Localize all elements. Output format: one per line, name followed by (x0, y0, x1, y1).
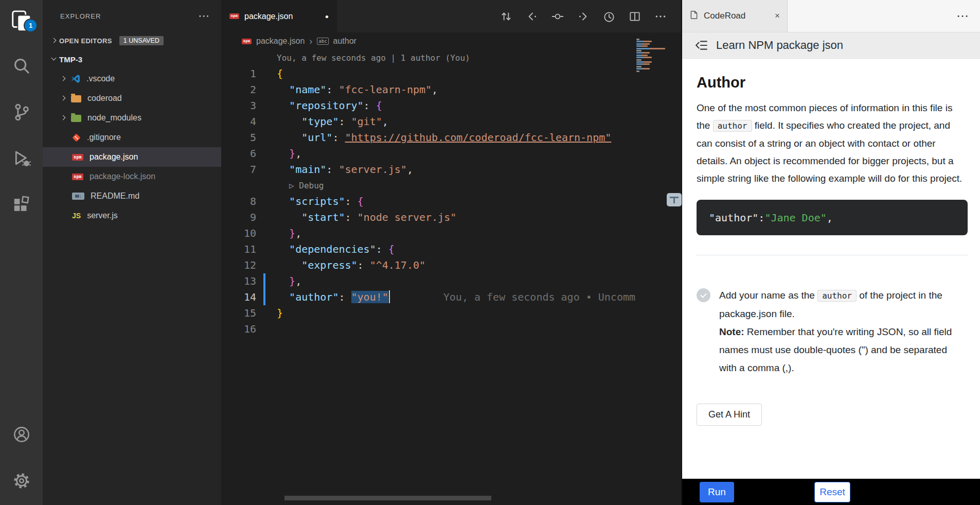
code-line[interactable]: "repository": { (265, 98, 382, 114)
code-line[interactable]: "main": "server.js", (265, 162, 413, 178)
code-line[interactable]: "url": "https://github.com/coderoad/fcc-… (265, 130, 611, 146)
settings-gear-button[interactable] (0, 459, 43, 505)
code-row: 6 }, (221, 146, 634, 162)
code-line[interactable]: } (265, 305, 283, 321)
open-changes-icon[interactable] (499, 9, 513, 24)
code-line[interactable]: "scripts": { (265, 194, 364, 210)
horizontal-scrollbar[interactable] (284, 496, 491, 500)
tree-item-readme-md[interactable]: M↓README.md (43, 186, 221, 206)
more-actions-icon[interactable]: ⋯ (956, 13, 980, 19)
line-number: 7 (221, 162, 263, 178)
minimap-line (636, 52, 650, 54)
file-tree: .vscodecoderoadnode_modules.gitignorenpm… (43, 69, 221, 225)
code-token: : (345, 211, 357, 223)
tree-item-vscode[interactable]: .vscode (43, 69, 221, 89)
npm-icon: npm (242, 39, 252, 44)
code-token (277, 243, 289, 255)
code-token: , (382, 115, 388, 128)
codelens-label[interactable]: You, a few seconds ago | 1 author (You) (265, 50, 470, 66)
split-editor-icon[interactable] (628, 9, 642, 24)
line-number: 15 (221, 305, 263, 321)
editor-overlay-widget[interactable] (667, 193, 682, 206)
modified-dot-icon: ● (325, 13, 329, 20)
navigate-forward-icon[interactable] (576, 9, 591, 24)
code-line[interactable]: { (265, 66, 283, 82)
account-button[interactable] (0, 412, 43, 459)
circle-icon[interactable] (550, 9, 565, 24)
code-line[interactable]: "express": "^4.17.0" (265, 257, 425, 273)
tree-item-coderoad[interactable]: coderoad (43, 89, 221, 108)
tree-item-gitignore[interactable]: .gitignore (43, 128, 221, 147)
file-icon (689, 10, 699, 22)
breadcrumb[interactable]: npm package.json › abc author (221, 32, 681, 50)
text-cursor (389, 290, 390, 303)
workspace-root-label: TMP-3 (59, 55, 82, 64)
code-line[interactable]: }, (265, 273, 301, 289)
file-label: package-lock.json (90, 172, 155, 181)
code-token (277, 195, 289, 207)
open-editors-section[interactable]: OPEN EDITORS 1 UNSAVED (43, 32, 221, 49)
extensions-activity-button[interactable] (0, 183, 43, 229)
tree-item-package-lock-json[interactable]: npmpackage-lock.json (43, 167, 221, 186)
file-label: package.json (90, 152, 138, 162)
code-line[interactable]: }, (265, 146, 301, 162)
breadcrumb-symbol[interactable]: author (333, 37, 357, 46)
close-icon[interactable]: × (775, 11, 780, 21)
note-text: Remember that you're writing JSON, so al… (719, 326, 952, 373)
more-actions-icon[interactable]: ⋯ (198, 13, 210, 19)
code-token: "author" (709, 212, 758, 224)
back-to-lessons-icon[interactable] (694, 38, 709, 53)
code-rows[interactable]: You, a few seconds ago | 1 author (You)1… (221, 50, 634, 337)
code-token: "Jane Doe" (764, 212, 826, 224)
code-line[interactable]: "author": "you!"You, a few seconds ago •… (265, 289, 635, 305)
tree-item-node-modules[interactable]: node_modules (43, 108, 221, 128)
run-debug-activity-button[interactable] (0, 136, 43, 183)
tree-item-server-js[interactable]: JSserver.js (43, 206, 221, 225)
line-number: 12 (221, 257, 263, 273)
minimap[interactable] (634, 32, 672, 341)
code-token (277, 99, 289, 112)
more-actions-icon[interactable] (653, 9, 668, 24)
minimap-line (636, 50, 642, 51)
get-a-hint-button[interactable]: Get A Hint (697, 404, 762, 426)
tree-item-package-json[interactable]: npmpackage.json (43, 147, 221, 167)
code-row: 16 (221, 321, 634, 337)
breadcrumb-file[interactable]: package.json (256, 37, 305, 46)
code-token: "you!" (351, 291, 388, 303)
vscode-icon (71, 74, 80, 83)
code-token: : (338, 291, 351, 303)
code-row: 15} (221, 305, 634, 321)
source-control-activity-button[interactable] (0, 90, 43, 136)
file-label: .gitignore (87, 133, 121, 142)
search-activity-button[interactable] (0, 44, 43, 90)
code-row: 10 }, (221, 225, 634, 241)
explorer-activity-button[interactable]: 1 (0, 0, 43, 44)
run-button[interactable]: Run (700, 482, 734, 502)
code-token: : (358, 259, 370, 271)
codelens-label[interactable]: ▷ Debug (265, 178, 324, 194)
code-token: : (338, 115, 351, 128)
code-token: , (295, 275, 301, 287)
line-number: 8 (221, 194, 263, 210)
code-line[interactable]: "dependencies": { (265, 241, 395, 257)
navigate-back-icon[interactable] (525, 9, 539, 24)
code-line[interactable]: "type": "git", (265, 114, 388, 130)
code-line[interactable]: "name": "fcc-learn-npm", (265, 82, 438, 98)
code-token: { (376, 99, 382, 112)
lesson-header: Learn NPM package json (682, 32, 980, 59)
code-line[interactable] (265, 321, 277, 337)
code-line[interactable]: "start": "node server.js" (265, 210, 456, 225)
line-number: 14 (221, 289, 263, 305)
code-token: , (827, 212, 833, 224)
workspace-root[interactable]: TMP-3 (43, 49, 221, 69)
reset-button[interactable]: Reset (814, 482, 850, 502)
tab-package-json[interactable]: npm package.json ● (221, 0, 337, 32)
lesson-title: Learn NPM package json (716, 39, 843, 52)
code-line[interactable]: }, (265, 225, 301, 241)
line-number: 5 (221, 130, 263, 146)
run-timer-icon[interactable] (602, 9, 616, 24)
code-row: 3 "repository": { (221, 98, 634, 114)
minimap-line (636, 48, 665, 49)
editor-tabbar: npm package.json ● (221, 0, 681, 32)
tab-coderoad[interactable]: CodeRoad × (682, 0, 788, 32)
